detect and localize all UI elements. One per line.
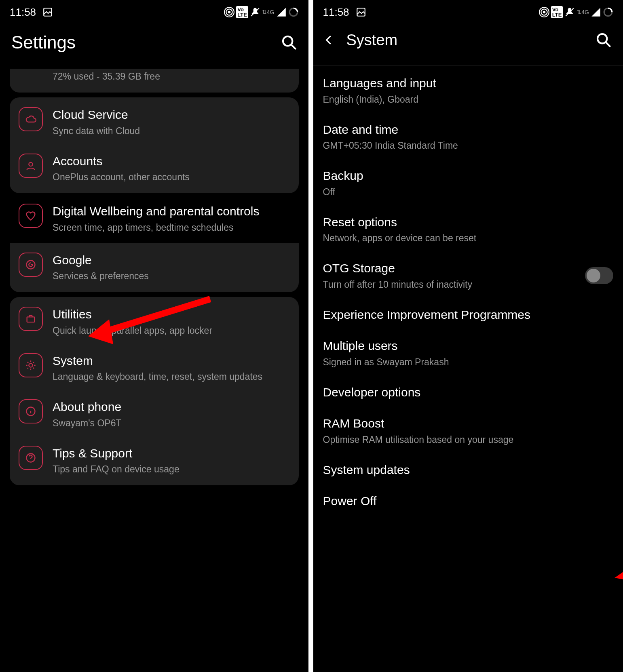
svg-rect-10	[27, 317, 35, 322]
item-title: Utilities	[53, 307, 290, 322]
system-screen: 11:58 VoLTE ⇅4G System Languages and inp…	[313, 0, 623, 672]
settings-item-accounts[interactable]: AccountsOnePlus account, other accounts	[10, 145, 299, 192]
item-title: RAM Boost	[323, 416, 613, 431]
system-item-backup[interactable]: Backup Off	[313, 160, 623, 206]
system-item-date-time[interactable]: Date and time GMT+05:30 India Standard T…	[313, 114, 623, 160]
status-time: 11:58	[323, 6, 349, 19]
item-subtitle: Network, apps or device can be reset	[323, 232, 613, 244]
hotspot-icon	[539, 7, 549, 17]
system-item-system-updates[interactable]: System updates	[313, 454, 623, 486]
svg-point-19	[543, 11, 545, 14]
item-title: Tips & Support	[53, 446, 290, 461]
storage-card-partial[interactable]: 72% used - 35.39 GB free	[10, 69, 299, 93]
svg-point-1	[228, 11, 231, 14]
item-title: Backup	[323, 168, 613, 183]
svg-point-11	[29, 363, 32, 367]
settings-item-utilities[interactable]: UtilitiesQuick launch, parallel apps, ap…	[10, 299, 299, 345]
system-item-languages-input[interactable]: Languages and input English (India), Gbo…	[313, 67, 623, 114]
system-item-experience-improvement[interactable]: Experience Improvement Programmes	[313, 299, 623, 331]
item-subtitle: Quick launch, parallel apps, app locker	[53, 324, 290, 337]
system-item-otg-storage[interactable]: OTG Storage Turn off after 10 minutes of…	[313, 253, 623, 299]
item-subtitle: OnePlus account, other accounts	[53, 171, 290, 183]
page-title: Settings	[11, 32, 281, 53]
item-subtitle: Services & preferences	[53, 270, 290, 282]
volte-icon: VoLTE	[551, 6, 563, 18]
settings-group-google: GoogleServices & preferences	[10, 243, 299, 293]
gear-icon	[19, 353, 43, 377]
svg-point-6	[283, 36, 292, 46]
annotation-arrow-system-updates	[610, 533, 623, 586]
item-title: Date and time	[323, 122, 613, 137]
item-title: Cloud Service	[53, 107, 290, 122]
item-subtitle: Screen time, app timers, bedtime schedul…	[53, 221, 290, 234]
storage-summary: 72% used - 35.39 GB free	[53, 70, 290, 83]
help-icon	[19, 446, 43, 470]
item-title: Languages and input	[323, 76, 613, 91]
settings-item-tips-support[interactable]: Tips & SupportTips and FAQ on device usa…	[10, 438, 299, 484]
signal-icon	[276, 7, 287, 17]
item-title: About phone	[53, 399, 290, 415]
item-subtitle: Tips and FAQ on device usage	[53, 463, 290, 476]
page-title: System	[346, 32, 398, 49]
picture-icon	[42, 7, 53, 17]
settings-item-system[interactable]: SystemLanguage & keyboard, time, reset, …	[10, 345, 299, 392]
item-title: Developer options	[323, 385, 613, 400]
loading-icon	[603, 7, 613, 17]
account-icon	[19, 154, 43, 178]
item-subtitle: Off	[323, 186, 613, 198]
google-icon	[19, 253, 43, 277]
network-4g-icon: ⇅4G	[577, 9, 589, 15]
svg-point-8	[29, 162, 32, 166]
status-time: 11:58	[10, 6, 36, 19]
settings-group-cloud: Cloud ServiceSync data with Cloud Accoun…	[10, 97, 299, 193]
system-item-reset-options[interactable]: Reset options Network, apps or device ca…	[313, 206, 623, 253]
item-subtitle: Language & keyboard, time, reset, system…	[53, 371, 290, 383]
item-title: Digital Wellbeing and parental controls	[53, 204, 290, 219]
system-item-multiple-users[interactable]: Multiple users Signed in as Swayam Praka…	[313, 330, 623, 377]
info-icon	[19, 399, 43, 423]
item-subtitle: Turn off after 10 minutes of inactivity	[323, 278, 585, 291]
search-button[interactable]	[281, 34, 297, 51]
network-4g-icon: ⇅4G	[262, 9, 275, 15]
svg-point-24	[598, 34, 607, 43]
system-item-power-off[interactable]: Power Off	[313, 485, 623, 517]
heart-icon	[19, 204, 43, 228]
volte-icon: VoLTE	[236, 6, 248, 18]
item-subtitle: Swayam's OP6T	[53, 417, 290, 430]
item-title: Experience Improvement Programmes	[323, 307, 613, 322]
svg-line-7	[291, 44, 296, 49]
item-subtitle: GMT+05:30 India Standard Time	[323, 139, 613, 152]
item-title: System updates	[323, 462, 613, 478]
item-title: Google	[53, 253, 290, 268]
settings-group-system: UtilitiesQuick launch, parallel apps, ap…	[10, 297, 299, 485]
system-header: System	[313, 24, 623, 65]
system-item-ram-boost[interactable]: RAM Boost Optimise RAM utilisation based…	[313, 408, 623, 454]
cloud-icon	[19, 107, 43, 131]
item-title: Reset options	[323, 215, 613, 230]
settings-item-digital-wellbeing[interactable]: Digital Wellbeing and parental controlsS…	[10, 198, 299, 241]
loading-icon	[288, 7, 299, 17]
item-subtitle: English (India), Gboard	[323, 93, 613, 106]
item-subtitle: Sync data with Cloud	[53, 125, 290, 137]
back-button[interactable]	[320, 31, 338, 49]
item-title: Power Off	[323, 493, 613, 509]
system-item-developer-options[interactable]: Developer options	[313, 377, 623, 408]
settings-item-about-phone[interactable]: About phoneSwayam's OP6T	[10, 391, 299, 438]
briefcase-icon	[19, 307, 43, 331]
signal-icon	[591, 7, 601, 17]
mute-icon	[250, 7, 260, 17]
settings-item-google[interactable]: GoogleServices & preferences	[10, 244, 299, 291]
item-subtitle: Optimise RAM utilisation based on your u…	[323, 434, 613, 446]
search-button[interactable]	[596, 32, 612, 48]
status-bar: 11:58 VoLTE ⇅4G	[0, 0, 308, 24]
item-subtitle: Signed in as Swayam Prakash	[323, 356, 613, 369]
settings-header: Settings	[0, 24, 308, 69]
picture-icon	[356, 7, 366, 17]
otg-storage-toggle[interactable]	[585, 267, 613, 284]
settings-screen: 11:58 VoLTE ⇅4G Settings 72% used - 35.3…	[0, 0, 308, 672]
svg-line-25	[606, 42, 610, 47]
mute-icon	[564, 7, 575, 17]
hotspot-icon	[224, 7, 234, 17]
item-title: OTG Storage	[323, 261, 585, 276]
settings-item-cloud-service[interactable]: Cloud ServiceSync data with Cloud	[10, 99, 299, 145]
